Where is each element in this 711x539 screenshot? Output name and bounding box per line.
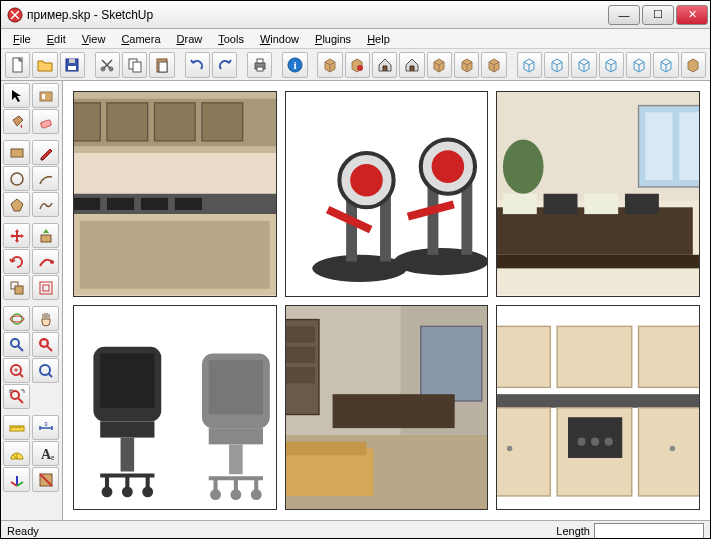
tool-sidebar — [1, 81, 63, 520]
rectangle-tool[interactable] — [3, 140, 30, 165]
dimension-tool[interactable] — [32, 415, 59, 440]
model-info-icon[interactable] — [282, 52, 307, 78]
svg-point-78 — [605, 437, 613, 445]
pan-tool[interactable] — [32, 306, 59, 331]
protractor-tool[interactable] — [3, 441, 30, 466]
menubar: FileEditViewCameraDrawToolsWindowPlugins… — [1, 29, 710, 49]
circle-tool[interactable] — [3, 166, 30, 191]
svg-rect-9 — [74, 198, 100, 210]
box-1-icon[interactable] — [317, 52, 342, 78]
menu-help[interactable]: Help — [359, 31, 398, 47]
freehand-tool[interactable] — [32, 192, 59, 217]
scene-kitchen[interactable] — [73, 91, 277, 297]
scene-cabinets[interactable] — [496, 305, 700, 511]
tape-measure-tool[interactable] — [3, 415, 30, 440]
move-tool[interactable] — [3, 223, 30, 248]
follow-me-tool[interactable] — [32, 249, 59, 274]
paste-icon[interactable] — [149, 52, 174, 78]
svg-rect-38 — [497, 255, 699, 269]
text-tool[interactable] — [32, 441, 59, 466]
svg-rect-71 — [497, 394, 699, 408]
save-icon[interactable] — [60, 52, 85, 78]
cut-icon[interactable] — [95, 52, 120, 78]
push-pull-tool[interactable] — [32, 223, 59, 248]
house-2-icon[interactable] — [399, 52, 424, 78]
zoom-extents-tool[interactable] — [3, 384, 30, 409]
undo-icon[interactable] — [185, 52, 210, 78]
zoom-tool[interactable] — [3, 332, 30, 357]
select-tool[interactable] — [3, 83, 30, 108]
svg-rect-44 — [121, 437, 135, 471]
eraser-tool[interactable] — [32, 109, 59, 134]
view-right-icon[interactable] — [599, 52, 624, 78]
svg-point-45 — [102, 486, 113, 497]
view-front-icon[interactable] — [571, 52, 596, 78]
view-back-icon[interactable] — [626, 52, 651, 78]
offset-tool[interactable] — [32, 275, 59, 300]
previous-tool[interactable] — [3, 358, 30, 383]
svg-point-77 — [591, 437, 599, 445]
zoom-window-tool[interactable] — [32, 332, 59, 357]
window-title: пример.skp - SketchUp — [27, 8, 608, 22]
open-icon[interactable] — [32, 52, 57, 78]
svg-point-16 — [312, 255, 407, 282]
svg-point-26 — [431, 150, 464, 183]
menu-draw[interactable]: Draw — [169, 31, 211, 47]
scale-tool[interactable] — [3, 275, 30, 300]
svg-rect-70 — [639, 326, 699, 387]
svg-rect-32 — [680, 112, 699, 180]
svg-rect-5 — [107, 103, 148, 141]
line-tool[interactable] — [32, 140, 59, 165]
menu-tools[interactable]: Tools — [210, 31, 252, 47]
box-5-icon[interactable] — [481, 52, 506, 78]
svg-rect-10 — [107, 198, 134, 210]
measurement-input[interactable] — [594, 523, 704, 539]
view-left-icon[interactable] — [653, 52, 678, 78]
axes-tool[interactable] — [3, 467, 30, 492]
maximize-button[interactable]: ☐ — [642, 5, 674, 25]
box-4-icon[interactable] — [454, 52, 479, 78]
svg-rect-36 — [585, 194, 619, 214]
next-tool[interactable] — [32, 358, 59, 383]
rotate-tool[interactable] — [3, 249, 30, 274]
minimize-button[interactable]: — — [608, 5, 640, 25]
status-ready: Ready — [7, 525, 556, 537]
section-tool[interactable] — [32, 467, 59, 492]
svg-rect-66 — [286, 441, 366, 455]
toolbar-top — [1, 49, 710, 81]
menu-plugins[interactable]: Plugins — [307, 31, 359, 47]
svg-point-53 — [230, 489, 241, 500]
menu-view[interactable]: View — [74, 31, 114, 47]
svg-rect-11 — [141, 198, 168, 210]
svg-rect-42 — [100, 353, 154, 407]
svg-rect-37 — [625, 194, 659, 214]
close-button[interactable]: ✕ — [676, 5, 708, 25]
view-next-icon[interactable] — [681, 52, 706, 78]
scene-living-room[interactable] — [496, 91, 700, 297]
paint-bucket-tool[interactable] — [3, 109, 30, 134]
copy-icon[interactable] — [122, 52, 147, 78]
new-icon[interactable] — [5, 52, 30, 78]
component-tool[interactable] — [32, 83, 59, 108]
menu-edit[interactable]: Edit — [39, 31, 74, 47]
orbit-tool[interactable] — [3, 306, 30, 331]
view-top-icon[interactable] — [544, 52, 569, 78]
menu-camera[interactable]: Camera — [113, 31, 168, 47]
box-2-icon[interactable] — [345, 52, 370, 78]
box-3-icon[interactable] — [427, 52, 452, 78]
scene-elliptical[interactable] — [285, 91, 489, 297]
print-icon[interactable] — [247, 52, 272, 78]
view-iso-icon[interactable] — [517, 52, 542, 78]
arc-tool[interactable] — [32, 166, 59, 191]
house-1-icon[interactable] — [372, 52, 397, 78]
menu-file[interactable]: File — [5, 31, 39, 47]
redo-icon[interactable] — [212, 52, 237, 78]
polygon-tool[interactable] — [3, 192, 30, 217]
svg-point-80 — [670, 445, 675, 450]
svg-rect-14 — [80, 221, 270, 289]
menu-window[interactable]: Window — [252, 31, 307, 47]
scene-office-chairs[interactable] — [73, 305, 277, 511]
svg-rect-12 — [175, 198, 202, 210]
viewport[interactable] — [63, 81, 710, 520]
scene-office[interactable] — [285, 305, 489, 511]
